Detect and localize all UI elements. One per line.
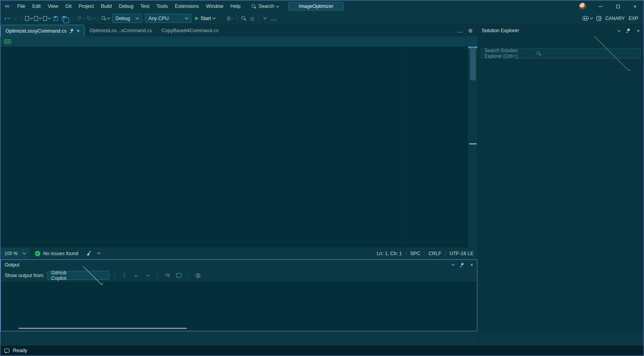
menu-item-edit[interactable]: Edit [29, 0, 44, 12]
menu-item-window[interactable]: Window [202, 0, 227, 12]
start-debug-button[interactable]: Start [193, 16, 218, 21]
profile-badge-exp[interactable]: EXP [629, 16, 638, 21]
debug-configuration-dropdown-value: Debug [116, 16, 133, 21]
next-message-icon[interactable]: ↠ [143, 272, 152, 278]
close-button[interactable]: × [626, 0, 644, 12]
code-editor[interactable] [0, 47, 477, 248]
chevron-down-icon [107, 16, 110, 19]
encoding[interactable]: UTF-16 LE [446, 251, 477, 256]
menu-item-project[interactable]: Project [75, 0, 98, 12]
profile-badge-canary[interactable]: CANARY [605, 16, 625, 21]
output-source-dropdown[interactable]: GitHub Copilot [47, 271, 109, 280]
redo-button[interactable]: ↻ [85, 14, 96, 23]
debug-configuration-dropdown[interactable]: Debug [112, 14, 142, 23]
zoom-dropdown[interactable]: 100 % [0, 248, 29, 259]
open-file-button[interactable] [33, 14, 42, 23]
toolbar-separator [258, 15, 259, 22]
new-file-button[interactable] [24, 14, 33, 23]
timestamp-icon[interactable] [194, 273, 202, 278]
output-horizontal-scrollbar[interactable] [1, 326, 477, 331]
redo-icon: ↻ [86, 15, 91, 22]
editor-tab-optimizelos---scommand-cs[interactable]: OptimizeLos...sCommand.cs [85, 25, 157, 37]
editor-tab-optimizelossycommand-cs[interactable]: OptimizeLossyCommand.cs× [0, 25, 85, 37]
issues-status[interactable]: No issues found [43, 251, 78, 256]
keep-open-pin-icon[interactable] [69, 29, 74, 33]
save-all-button[interactable] [60, 14, 69, 23]
undo-button[interactable]: ↺ [75, 14, 85, 23]
nav-back-icon: ‹ [4, 15, 6, 22]
ellipsis-button[interactable]: … [269, 14, 278, 23]
tab-overflow-ellipsis[interactable]: … [457, 27, 463, 34]
nav-back-button[interactable]: ‹ [3, 14, 11, 23]
menu-item-git[interactable]: Git [62, 0, 75, 12]
breadcrumb-0[interactable]: C# [0, 37, 477, 47]
menu-item-tools[interactable]: Tools [153, 0, 171, 12]
nav-forward-icon: › [15, 15, 16, 22]
close-icon[interactable]: × [637, 28, 640, 33]
feedback-bubble-icon[interactable] [4, 349, 9, 352]
menu-item-build[interactable]: Build [97, 0, 115, 12]
editor-vertical-scrollbar[interactable] [468, 47, 477, 248]
chevron-down-icon [93, 16, 96, 19]
platform-dropdown[interactable]: Any CPU [145, 14, 191, 23]
chevron-down-icon [185, 16, 188, 19]
menu-item-extensions[interactable]: Extensions [171, 0, 202, 12]
output-title-bar[interactable]: Output × [1, 260, 477, 270]
output-tool-window: Output × Show output from: GitHub Copilo… [0, 259, 477, 331]
zoom-level: 100 % [4, 251, 18, 256]
flame-button[interactable] [226, 14, 235, 23]
feedback-icon[interactable] [597, 16, 601, 21]
close-tab-icon[interactable]: × [77, 28, 80, 33]
prev-message-icon[interactable]: ↞ [132, 272, 140, 278]
chevron-down-icon [39, 16, 42, 19]
caret-position[interactable]: Ln: 1, Ch: 1 [373, 251, 406, 256]
save-button[interactable] [51, 14, 60, 23]
goto-message-icon[interactable]: ↧ [120, 272, 129, 278]
solution-explorer-search[interactable]: Search Solution Explorer (Ctrl+;) [481, 48, 640, 58]
save-all-icon [62, 16, 67, 21]
menu-item-view[interactable]: View [44, 0, 62, 12]
code-cleanup-broom-icon[interactable] [87, 251, 92, 256]
chevron-down-icon[interactable] [617, 28, 620, 31]
chevron-up-icon[interactable] [97, 252, 100, 256]
search-code-button[interactable] [100, 14, 111, 23]
new-item-button[interactable] [42, 14, 51, 23]
toggle-word-wrap-icon[interactable] [174, 273, 183, 277]
editor-status-bar: 100 % ✓ No issues found Ln: 1, Ch: 1 SPC… [0, 248, 477, 259]
copilot-button[interactable] [582, 16, 593, 20]
user-avatar[interactable] [579, 3, 586, 10]
solution-explorer-header[interactable]: Solution Explorer × [478, 25, 644, 37]
maximize-button[interactable] [609, 0, 626, 12]
home-window-button[interactable]: ⌂ [248, 14, 256, 23]
clear-all-icon[interactable] [163, 273, 171, 278]
toolbar-separator [73, 15, 73, 22]
menu-item-debug[interactable]: Debug [115, 0, 137, 12]
toolbar-right: CANARY EXP [582, 16, 641, 21]
output-log[interactable] [1, 281, 477, 326]
visual-studio-logo-icon: ∞ [0, 2, 14, 10]
chevron-down-icon[interactable] [452, 263, 455, 266]
title-bar: ∞ FileEditViewGitProjectBuildDebugTestTo… [0, 0, 644, 12]
visual-studio-window: ∞ FileEditViewGitProjectBuildDebugTestTo… [0, 0, 644, 356]
editor-tab-copybase64command-cs[interactable]: CopyBase64Command.cs [157, 25, 223, 37]
menu-item-help[interactable]: Help [227, 0, 244, 12]
search-control[interactable]: Search [247, 4, 283, 9]
search-icon [536, 51, 585, 56]
ready-status: Ready [13, 348, 27, 353]
pin-icon[interactable] [626, 28, 631, 33]
menu-item-test[interactable]: Test [137, 0, 153, 12]
indentation-mode[interactable]: SPC [406, 251, 424, 256]
nav-forward-button[interactable]: › [11, 14, 20, 23]
chevron-down-icon [263, 16, 267, 19]
line-ending[interactable]: CRLF [424, 251, 445, 256]
pin-icon[interactable] [460, 263, 464, 267]
chevron-down-icon [30, 16, 33, 19]
play-outline-button[interactable] [218, 14, 226, 23]
close-icon[interactable]: × [470, 262, 473, 267]
chevron-down-button[interactable] [261, 14, 269, 23]
tab-settings-gear-icon[interactable]: ⚙ [468, 28, 473, 34]
find-in-files-button[interactable] [239, 14, 248, 23]
minimize-button[interactable] [592, 0, 609, 12]
menu-item-file[interactable]: File [14, 0, 29, 12]
home-window-icon: ⌂ [250, 15, 254, 22]
